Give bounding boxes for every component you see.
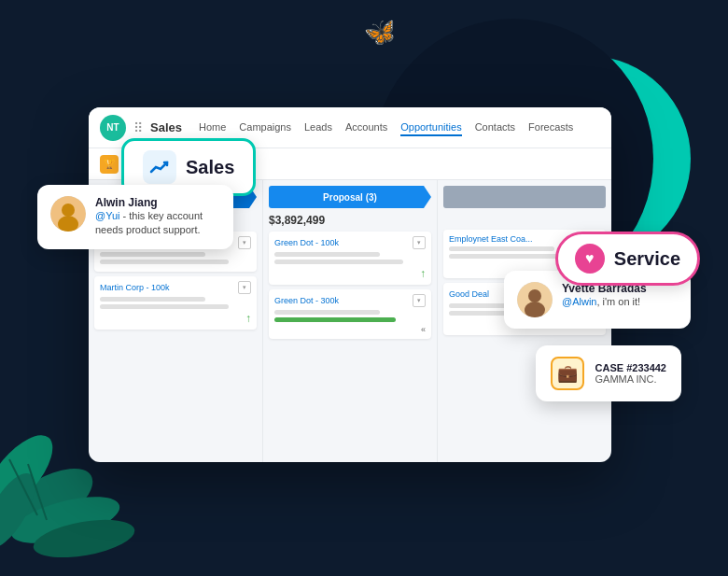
kanban-card: Green Dot - 100k ▾ ↑ — [269, 232, 431, 285]
app-name: Sales — [150, 120, 182, 134]
col-header-proposal: Proposal (3) — [269, 186, 431, 208]
yvette-message-body: , i'm on it! — [596, 296, 640, 307]
case-company: GAMMA INC. — [595, 373, 666, 385]
card-line — [274, 252, 380, 257]
yvette-text: @Alwin, i'm on it! — [562, 295, 647, 309]
card-line — [100, 304, 229, 309]
card-link[interactable]: Martin Corp - 100k — [100, 283, 170, 292]
nav-opportunities[interactable]: Opportunities — [400, 119, 461, 136]
card-up-arrow: ↑ — [274, 267, 426, 280]
card-line — [100, 260, 229, 264]
butterfly-icon: 🦋 — [361, 14, 399, 50]
nav-campaigns[interactable]: Campaigns — [239, 119, 291, 136]
col-header-other — [443, 186, 606, 208]
grid-icon: ⠿ — [133, 120, 143, 135]
card-expand[interactable]: ▾ — [238, 236, 251, 249]
svg-point-8 — [62, 204, 75, 217]
nav-home[interactable]: Home — [199, 119, 226, 136]
alwin-text: @Yui - this key account needs product su… — [95, 209, 220, 238]
nav-contacts[interactable]: Contacts — [475, 119, 515, 136]
yvette-mention: @Alwin — [562, 296, 596, 307]
yvette-avatar — [517, 282, 553, 317]
service-badge-label: Service — [614, 248, 680, 270]
chat-bubble-alwin: Alwin Jiang @Yui - this key account need… — [37, 185, 233, 249]
card-expand[interactable]: ▾ — [413, 294, 426, 307]
yvette-message: Yvette Barradas @Alwin, i'm on it! — [562, 282, 647, 317]
sales-chart-icon — [143, 150, 176, 184]
card-progress-bar — [274, 317, 396, 322]
card-line — [100, 252, 205, 257]
card-link[interactable]: Green Dot - 100k — [274, 238, 339, 247]
case-number: CASE #233442 — [595, 362, 666, 373]
case-badge: 💼 CASE #233442 GAMMA INC. — [536, 345, 681, 401]
card-expand[interactable]: ▾ — [238, 281, 251, 294]
case-briefcase-icon: 💼 — [551, 357, 584, 390]
card-line — [100, 297, 205, 302]
service-badge: ♥ Service — [555, 232, 700, 286]
card-link[interactable]: Good Deal — [449, 289, 489, 299]
alwin-mention: @Yui — [95, 210, 119, 221]
case-info: CASE #233442 GAMMA INC. — [595, 362, 666, 385]
col2-amount: $3,892,499 — [269, 214, 431, 227]
card-line — [449, 246, 554, 251]
col3-spacer — [443, 214, 606, 225]
nav-leads[interactable]: Leads — [304, 119, 332, 136]
nav-forecasts[interactable]: Forecasts — [528, 119, 573, 136]
alwin-name: Alwin Jiang — [95, 196, 220, 209]
svg-point-11 — [528, 289, 541, 302]
opportunity-icon: 🏆 — [100, 155, 119, 174]
alwin-avatar — [50, 196, 86, 232]
service-heart-icon: ♥ — [575, 244, 605, 274]
alwin-message: Alwin Jiang @Yui - this key account need… — [95, 196, 220, 238]
kanban-card: Green Dot - 300k ▾ « — [269, 289, 431, 339]
kanban-card: Martin Corp - 100k ▾ ↑ — [94, 276, 257, 330]
card-rewind: « — [274, 325, 426, 334]
card-up-arrow: ↑ — [100, 312, 251, 325]
sales-badge-label: Sales — [186, 157, 234, 178]
card-link[interactable]: Employnet East Coa... — [449, 234, 533, 244]
card-expand[interactable]: ▾ — [413, 236, 426, 249]
user-avatar: NT — [100, 115, 126, 141]
card-link[interactable]: Green Dot - 300k — [274, 296, 339, 305]
kanban-col-proposal: Proposal (3) $3,892,499 Green Dot - 100k… — [263, 180, 438, 462]
card-line — [274, 260, 403, 264]
nav-accounts[interactable]: Accounts — [345, 119, 387, 136]
card-line — [274, 310, 380, 315]
nav-links: Home Campaigns Leads Accounts Opportunit… — [199, 119, 600, 136]
